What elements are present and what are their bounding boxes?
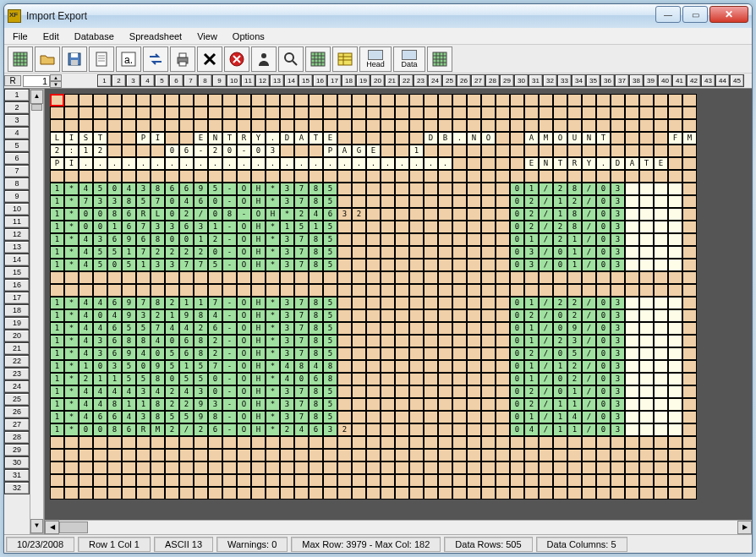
grid-cell[interactable]: 5 (136, 322, 151, 335)
grid-cell[interactable] (682, 398, 697, 411)
grid-cell[interactable]: / (582, 347, 596, 360)
row-header[interactable]: 17 (4, 292, 30, 304)
col-header[interactable]: 16 (313, 74, 327, 87)
grid-cell[interactable] (352, 360, 366, 373)
grid-cell[interactable]: 1 (567, 246, 582, 259)
maximize-button[interactable]: ▭ (682, 6, 708, 23)
grid-cell[interactable]: 5 (323, 259, 337, 271)
grid-cell[interactable] (93, 94, 107, 106)
grid-cell[interactable] (352, 398, 366, 411)
grid-cell[interactable] (381, 221, 395, 233)
grid-cell[interactable]: 5 (136, 195, 151, 208)
grid-cell[interactable] (294, 449, 309, 461)
grid-cell[interactable]: 8 (151, 297, 165, 309)
row-header[interactable]: 3 (4, 114, 30, 127)
grid-cell[interactable] (79, 106, 93, 119)
grid-cell[interactable]: 8 (567, 221, 582, 233)
grid-cell[interactable] (222, 119, 237, 132)
grid-cell[interactable] (625, 347, 639, 360)
grid-cell[interactable] (452, 221, 467, 233)
grid-cell[interactable]: 2 (208, 347, 222, 360)
grid-cell[interactable] (366, 271, 381, 284)
grid-cell[interactable] (366, 259, 381, 271)
grid-cell[interactable]: 1 (136, 259, 151, 271)
grid-cell[interactable]: 1 (79, 360, 93, 373)
row-spinner[interactable]: ▲▼ (50, 74, 62, 88)
grid-cell[interactable]: 3 (611, 297, 625, 309)
grid-cell[interactable]: * (64, 195, 79, 208)
grid-cell[interactable]: . (222, 157, 237, 170)
grid-cell[interactable]: 1 (122, 398, 136, 411)
menu-options[interactable]: Options (226, 30, 271, 43)
grid-cell[interactable] (381, 94, 395, 106)
grid-cell[interactable]: / (582, 423, 596, 436)
grid-cell[interactable]: 9 (122, 347, 136, 360)
grid-cell[interactable]: 5 (323, 385, 337, 398)
col-header[interactable]: 13 (270, 74, 284, 87)
grid-cell[interactable] (654, 398, 668, 411)
grid-cell[interactable] (611, 119, 625, 132)
grid-cell[interactable]: 4 (79, 347, 93, 360)
grid-cell[interactable]: 0 (510, 221, 524, 233)
grid-cell[interactable]: 0 (93, 360, 107, 373)
grid-cell[interactable] (424, 183, 438, 195)
grid-cell[interactable] (237, 271, 251, 284)
grid-cell[interactable]: 0 (93, 309, 107, 322)
grid-cell[interactable]: 8 (222, 208, 237, 221)
grid-cell[interactable]: 0 (553, 259, 567, 271)
grid-cell[interactable] (625, 170, 639, 183)
grid-cell[interactable]: 0 (510, 246, 524, 259)
grid-cell[interactable]: 0 (510, 335, 524, 347)
grid-cell[interactable] (165, 94, 179, 106)
grid-cell[interactable]: 4 (79, 411, 93, 423)
grid-cell[interactable] (107, 461, 122, 474)
grid-cell[interactable] (93, 284, 107, 297)
grid-cell[interactable] (481, 335, 496, 347)
grid-cell[interactable]: 0 (553, 309, 567, 322)
grid-cell[interactable]: * (266, 309, 280, 322)
grid-cell[interactable]: 2 (524, 208, 539, 221)
grid-cell[interactable] (237, 106, 251, 119)
grid-cell[interactable]: 2 (165, 385, 179, 398)
grid-cell[interactable] (496, 183, 510, 195)
grid-cell[interactable] (481, 145, 496, 157)
grid-cell[interactable] (452, 347, 467, 360)
swap-icon[interactable] (143, 46, 168, 72)
grid-cell[interactable] (611, 271, 625, 284)
grid-cell[interactable]: D (611, 157, 625, 170)
grid-cell[interactable]: 4 (79, 385, 93, 398)
grid-cell[interactable] (424, 221, 438, 233)
grid-cell[interactable] (337, 487, 352, 500)
grid-cell[interactable] (481, 398, 496, 411)
grid-cell[interactable] (151, 449, 165, 461)
grid-cell[interactable]: * (64, 259, 79, 271)
grid-cell[interactable] (424, 170, 438, 183)
grid-cell[interactable] (136, 487, 151, 500)
grid-cell[interactable] (567, 170, 582, 183)
grid-cell[interactable]: 0 (596, 309, 611, 322)
grid-cell[interactable] (294, 474, 309, 487)
grid-cell[interactable] (409, 119, 424, 132)
grid-cell[interactable] (337, 94, 352, 106)
grid-cell[interactable] (682, 119, 697, 132)
grid-cell[interactable] (395, 221, 409, 233)
grid-cell[interactable]: 0 (510, 360, 524, 373)
grid-cell[interactable] (625, 106, 639, 119)
grid-cell[interactable] (280, 106, 294, 119)
grid-cell[interactable] (337, 360, 352, 373)
grid-cell[interactable] (596, 170, 611, 183)
grid-cell[interactable] (237, 474, 251, 487)
grid-cell[interactable] (481, 208, 496, 221)
grid-cell[interactable] (496, 208, 510, 221)
grid-cell[interactable] (352, 132, 366, 145)
grid-cell[interactable]: 3 (280, 309, 294, 322)
grid-cell[interactable]: M (682, 132, 697, 145)
grid-cell[interactable]: : (64, 145, 79, 157)
grid-cell[interactable] (625, 195, 639, 208)
grid-cell[interactable] (395, 360, 409, 373)
col-header[interactable]: 18 (342, 74, 356, 87)
row-header[interactable]: 22 (4, 355, 30, 368)
grid-cell[interactable]: / (539, 423, 553, 436)
grid-cell[interactable] (366, 106, 381, 119)
grid-cell[interactable]: 0 (510, 373, 524, 385)
